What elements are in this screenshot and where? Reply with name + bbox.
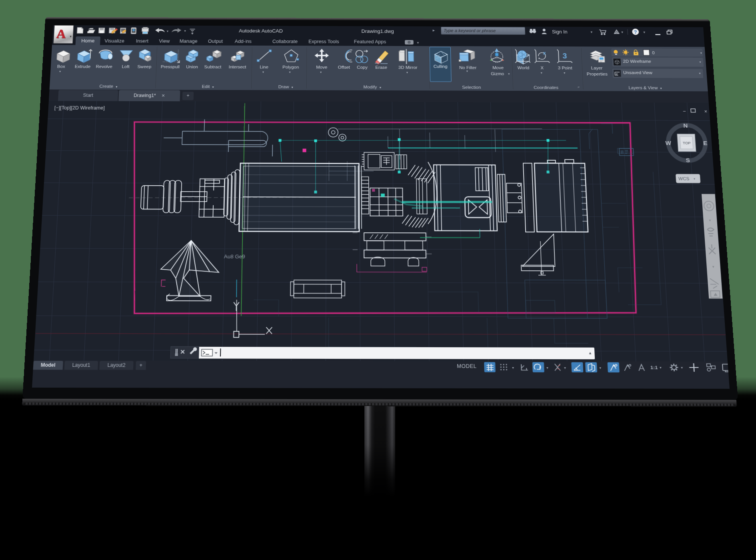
svg-text:W: W (665, 140, 672, 146)
svg-text:▾: ▾ (184, 29, 186, 33)
svg-text:E: E (703, 140, 707, 146)
svg-text:▾: ▾ (167, 30, 169, 33)
svg-text:▾: ▾ (694, 177, 696, 180)
svg-text:Au8 Ge9: Au8 Ge9 (224, 254, 245, 260)
svg-text:WCS: WCS (678, 176, 690, 181)
svg-text:TOP: TOP (683, 141, 691, 145)
svg-text:N: N (683, 122, 688, 129)
svg-text:−: − (683, 109, 686, 114)
svg-text:×: × (704, 109, 707, 114)
svg-text:S: S (686, 157, 690, 163)
